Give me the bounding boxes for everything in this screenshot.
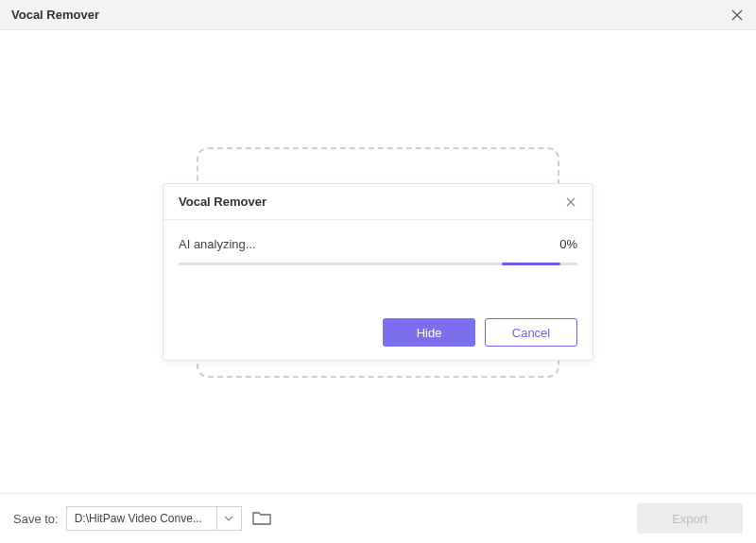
export-button[interactable]: Export [637, 503, 743, 534]
progress-fill [502, 263, 560, 265]
window-header: Vocal Remover [0, 0, 756, 30]
main-area: Vocal Remover AI analyzing... 0% Hide Ca… [0, 30, 756, 493]
modal-title: Vocal Remover [179, 195, 266, 209]
modal-body: AI analyzing... 0% [163, 220, 593, 265]
chevron-down-icon[interactable] [217, 506, 242, 531]
close-icon[interactable] [564, 195, 577, 209]
cancel-button[interactable]: Cancel [485, 318, 577, 347]
path-selector: D:\HitPaw Video Conve... [66, 506, 242, 531]
modal-header: Vocal Remover [163, 184, 593, 220]
footer-bar: Save to: D:\HitPaw Video Conve... Export [0, 493, 756, 543]
status-row: AI analyzing... 0% [179, 237, 577, 251]
percent-text: 0% [559, 237, 577, 251]
path-display[interactable]: D:\HitPaw Video Conve... [66, 506, 217, 531]
save-to-label: Save to: [13, 512, 59, 526]
close-icon[interactable] [730, 8, 745, 23]
progress-bar [179, 263, 577, 265]
status-text: AI analyzing... [179, 237, 256, 251]
modal-footer: Hide Cancel [383, 318, 577, 347]
progress-modal: Vocal Remover AI analyzing... 0% Hide Ca… [163, 183, 593, 361]
folder-icon[interactable] [251, 508, 272, 529]
window-title: Vocal Remover [11, 8, 99, 22]
hide-button[interactable]: Hide [383, 318, 475, 347]
